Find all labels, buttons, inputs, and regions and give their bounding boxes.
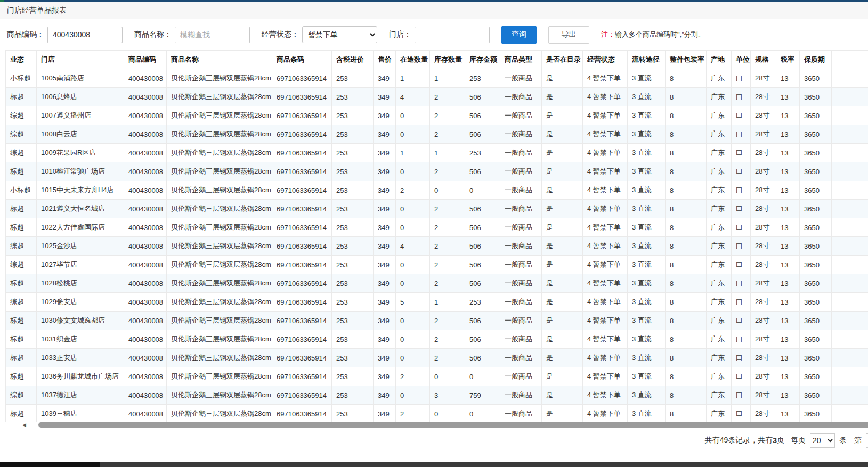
table-cell: 349 (374, 349, 396, 367)
table-cell: 广东 (707, 200, 732, 218)
table-cell: 506 (465, 200, 500, 218)
table-cell: 253 (332, 367, 374, 386)
table-cell: 口 (732, 218, 751, 237)
table-cell: 4 暂禁下单 (583, 293, 628, 312)
table-cell: 贝伦斯企鹅三层钢双层蒸锅28cm (167, 405, 272, 422)
table-cell: 8 (666, 256, 707, 274)
table-cell: 1 (430, 144, 465, 162)
table-cell: 口 (732, 386, 751, 405)
table-cell: 349 (374, 88, 396, 106)
table-cell: 1037德江店 (37, 386, 124, 405)
table-cell: 400430008 (124, 274, 167, 293)
table-cell: 8 (666, 218, 707, 237)
scrollbar-thumb[interactable] (38, 422, 868, 428)
column-header: 售价 (374, 51, 396, 69)
table-cell: 一般商品 (500, 125, 542, 144)
table-cell: 8 (666, 69, 707, 88)
page-jump-prefix: 第 (854, 436, 862, 445)
horizontal-scrollbar[interactable]: ◀ (0, 422, 868, 428)
table-cell: 349 (374, 367, 396, 386)
table-cell: 506 (465, 349, 500, 367)
table-cell: 6971063365914 (272, 69, 332, 88)
column-header: 库存金额 (465, 51, 500, 69)
table-cell: 4 暂禁下单 (583, 330, 628, 349)
table-cell: 28寸 (751, 349, 776, 367)
table-cell: 400430008 (124, 218, 167, 237)
table-cell: 口 (732, 88, 751, 106)
table-cell: 标超 (6, 312, 37, 330)
table-cell: 贝伦斯企鹅三层钢双层蒸锅28cm (167, 274, 272, 293)
table-cell: 253 (332, 69, 374, 88)
table-cell: 贝伦斯企鹅三层钢双层蒸锅28cm (167, 88, 272, 106)
record-count-text: 共有49条记录，共有 (705, 436, 773, 445)
page-header: 门店经营单品报表 (0, 2, 868, 19)
table-cell: 6971063365914 (272, 256, 332, 274)
table-cell: 1033正安店 (37, 349, 124, 367)
table-cell: 4 暂禁下单 (583, 218, 628, 237)
table-cell-clipped (832, 349, 868, 367)
per-page-select[interactable]: 20 (810, 433, 835, 448)
table-cell: 标超 (6, 274, 37, 293)
table-cell-clipped (832, 405, 868, 422)
table-cell: 标超 (6, 367, 37, 386)
table-cell: 4 暂禁下单 (583, 88, 628, 106)
table-cell: 0 (396, 274, 430, 293)
table-cell: 4 暂禁下单 (583, 125, 628, 144)
table-cell: 6971063365914 (272, 88, 332, 106)
table-row: 综超1025金沙店400430008贝伦斯企鹅三层钢双层蒸锅28cm697106… (6, 237, 868, 256)
table-cell: 6971063365914 (272, 106, 332, 125)
table-cell: 广东 (707, 405, 732, 422)
table-cell: 4 (396, 88, 430, 106)
table-cell: 是 (542, 218, 583, 237)
table-cell: 8 (666, 125, 707, 144)
column-header: 保质期 (800, 51, 832, 69)
table-cell: 253 (465, 144, 500, 162)
table-cell: 1015中天未来方舟H4店 (37, 181, 124, 200)
table-cell-clipped (832, 106, 868, 125)
table-cell: 349 (374, 69, 396, 88)
table-cell: 1028松桃店 (37, 274, 124, 293)
table-cell: 一般商品 (500, 349, 542, 367)
table-cell: 是 (542, 367, 583, 386)
table-cell: 是 (542, 200, 583, 218)
table-row: 综超1009花果园R区店400430008贝伦斯企鹅三层钢双层蒸锅28cm697… (6, 144, 868, 162)
table-cell: 13 (776, 200, 800, 218)
table-cell: 8 (666, 386, 707, 405)
table-cell: 一般商品 (500, 69, 542, 88)
table-cell: 13 (776, 293, 800, 312)
product-code-input[interactable] (47, 27, 123, 43)
search-button[interactable]: 查询 (501, 26, 537, 44)
column-header: 是否在目录 (542, 51, 583, 69)
table-cell: 一般商品 (500, 200, 542, 218)
product-name-input[interactable] (175, 27, 250, 43)
top-strip-green-accent (0, 0, 4, 2)
table-cell: 253 (332, 386, 374, 405)
page-number-input[interactable] (866, 433, 868, 448)
export-button[interactable]: 导出 (548, 26, 589, 44)
table-cell: 2 (430, 88, 465, 106)
table-cell: 13 (776, 69, 800, 88)
table-cell: 广东 (707, 386, 732, 405)
table-cell: 2 (430, 162, 465, 181)
table-cell: 0 (396, 312, 430, 330)
scrollbar-left-arrow-icon[interactable]: ◀ (22, 422, 26, 428)
table-cell: 一般商品 (500, 88, 542, 106)
bottom-strip-dark-segment (0, 462, 100, 467)
table-cell: 贝伦斯企鹅三层钢双层蒸锅28cm (167, 386, 272, 405)
table-cell: 253 (332, 312, 374, 330)
table-row: 综超1008白云店400430008贝伦斯企鹅三层钢双层蒸锅28cm697106… (6, 125, 868, 144)
table-cell: 一般商品 (500, 237, 542, 256)
table-cell: 400430008 (124, 69, 167, 88)
table-cell-clipped (832, 237, 868, 256)
table-cell: 3650 (800, 330, 832, 349)
table-cell: 6971063365914 (272, 237, 332, 256)
table-cell: 4 暂禁下单 (583, 69, 628, 88)
store-input[interactable] (415, 27, 490, 43)
table-cell: 3 直流 (628, 312, 666, 330)
table-cell: 400430008 (124, 405, 167, 422)
table-cell-clipped (832, 144, 868, 162)
operation-status-select[interactable]: 暂禁下单 (302, 26, 377, 43)
table-cell: 4 暂禁下单 (583, 312, 628, 330)
table-cell: 1009花果园R区店 (37, 144, 124, 162)
table-cell: 3650 (800, 69, 832, 88)
